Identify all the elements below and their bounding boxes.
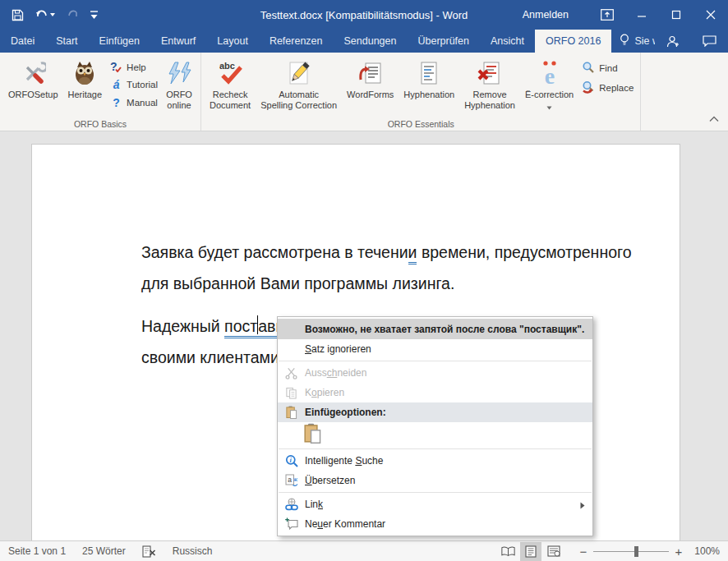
tab-orfo-2016[interactable]: ORFO 2016 [535,30,611,53]
p2-text-pre: Надежный [141,317,224,335]
ribbon-group-orfo-essentials: abc Recheck Document Automatic Spelling … [201,53,641,131]
maximize-button[interactable] [659,0,693,30]
share-signin-icon[interactable] [655,30,691,53]
ignore-sentence-label: Satz ignorieren [305,343,371,355]
web-layout-button[interactable] [543,542,564,561]
hyphenation-button[interactable]: Hyphenation [399,56,459,118]
grammar-flagged-letter[interactable]: и [408,243,417,264]
tab-start[interactable]: Start [45,30,88,53]
wordforms-button[interactable]: WordForms [342,56,399,118]
minimize-button[interactable] [624,0,659,30]
customize-qat-icon[interactable] [90,11,98,20]
paste-keep-source-formatting-button[interactable] [302,423,322,446]
proofing-errors-icon[interactable] [142,545,156,558]
p1-text: Заявка будет рассмотрена в течени [141,243,408,261]
remove-hyphenation-label-line1: Remove [473,90,507,100]
collapse-ribbon-icon[interactable] [708,111,720,126]
tab-sendungen[interactable]: Sendungen [334,30,408,53]
tutorial-button[interactable]: á Tutorial [110,78,158,91]
recheck-label-line2: Document [210,100,251,111]
translate-icon: aж [278,474,305,487]
ribbon-display-options-icon[interactable] [590,0,624,30]
zoom-slider-thumb[interactable] [634,546,638,557]
zoom-in-button[interactable]: + [672,545,685,559]
orfosetup-label: ORFOSetup [8,90,58,100]
paragraph-1-line-1: Заявка будет рассмотрена в течении време… [141,237,688,268]
hyphenation-label: Hyphenation [403,90,454,100]
paste-options-row [278,422,592,447]
svg-text:a: a [288,476,292,484]
find-icon [582,61,595,76]
close-button[interactable] [693,0,728,30]
e-correction-icon: e [537,58,563,88]
replace-button[interactable]: Replace [582,80,634,95]
menu-item-paste-options: Einfügeoptionen: [278,402,592,422]
orfo-basics-small-buttons: ? Help á Tutorial ? Manual [107,56,161,114]
copy-icon [278,387,305,399]
tab-entwurf[interactable]: Entwurf [150,30,206,53]
ribbon: ORFOSetup Heritage ? Help á Tut [0,53,728,131]
recheck-label-line1: Recheck [213,90,248,100]
manual-button[interactable]: ? Manual [110,96,158,109]
sign-in-button[interactable]: Anmelden [523,9,569,21]
cut-icon [278,367,305,379]
ribbon-group-orfo-basics: ORFOSetup Heritage ? Help á Tut [0,53,201,131]
redo-icon[interactable] [67,9,79,21]
tell-me-box[interactable]: Sie wünsc [611,30,655,53]
group-label-orfo-essentials: ORFO Essentials [201,119,640,129]
word-count-indicator[interactable]: 25 Wörter [82,545,126,557]
read-mode-button[interactable] [497,542,518,561]
undo-icon[interactable] [35,9,55,21]
automatic-spelling-correction-icon [286,58,312,88]
paste-options-icon [278,406,305,419]
tab-einfuegen[interactable]: Einfügen [89,30,150,53]
manual-icon: ? [110,96,122,109]
smart-lookup-label: Intelligente Suche [305,455,383,467]
zoom-out-button[interactable]: − [577,545,590,559]
group-label-orfo-basics: ORFO Basics [0,119,200,129]
tab-datei[interactable]: Datei [0,30,45,53]
page-number-indicator[interactable]: Seite 1 von 1 [8,545,66,557]
menu-separator [279,448,592,449]
menu-item-link[interactable]: Link [278,494,592,514]
tab-ansicht[interactable]: Ansicht [480,30,535,53]
auto-correction-label-line1: Automatic [279,90,319,100]
translate-label: Übersetzen [305,475,355,486]
menu-item-new-comment[interactable]: Neuer Kommentar [278,514,592,534]
menu-item-ignore-sentence[interactable]: Satz ignorieren [278,339,592,359]
e-correction-button[interactable]: e Ë-correction [520,56,578,118]
zoom-slider[interactable] [593,546,669,557]
menu-item-copy[interactable]: Kopieren [278,383,592,402]
tab-ueberpruefen[interactable]: Überprüfen [407,30,480,53]
ribbon-tab-row: Datei Start Einfügen Entwurf Layout Refe… [0,30,728,53]
title-bar-controls: Anmelden [523,0,728,30]
tell-me-label: Sie wünsc [634,35,655,47]
recheck-document-button[interactable]: abc Recheck Document [205,56,256,118]
help-button[interactable]: ? Help [110,61,158,73]
automatic-spelling-correction-button[interactable]: Automatic Spelling Correction [256,56,342,118]
menu-item-cut[interactable]: Ausschneiden [278,363,592,383]
title-bar: Testtext.docx [Kompatibilitätsmodus] - W… [0,0,728,30]
save-icon[interactable] [12,9,24,21]
find-button[interactable]: Find [582,61,634,76]
remove-hyphenation-button[interactable]: Remove Hyphenation [459,56,520,118]
grammar-suggestion-header[interactable]: Возможно, не хватает запятой после слова… [278,319,592,339]
tutorial-label: Tutorial [127,80,158,90]
zoom-level-indicator[interactable]: 100% [685,545,720,557]
print-layout-button[interactable] [520,542,541,561]
word-window: Testtext.docx [Kompatibilitätsmodus] - W… [0,0,728,561]
hyphenation-icon [416,58,442,88]
menu-item-smart-lookup[interactable]: i Intelligente Suche [278,451,592,471]
find-label: Find [599,63,617,73]
heritage-button[interactable]: Heritage [63,56,108,118]
svg-text:abc: abc [219,61,235,71]
language-indicator[interactable]: Russisch [173,545,213,557]
new-comment-icon [278,517,305,531]
menu-item-translate[interactable]: aж Übersetzen [278,471,592,490]
orfo-online-label-line1: ORFO [166,90,192,100]
orfosetup-button[interactable]: ORFOSetup [3,56,63,118]
tab-layout[interactable]: Layout [206,30,259,53]
orfo-online-button[interactable]: ORFO online [161,56,197,118]
tab-referenzen[interactable]: Referenzen [259,30,334,53]
comments-icon[interactable] [691,30,728,53]
